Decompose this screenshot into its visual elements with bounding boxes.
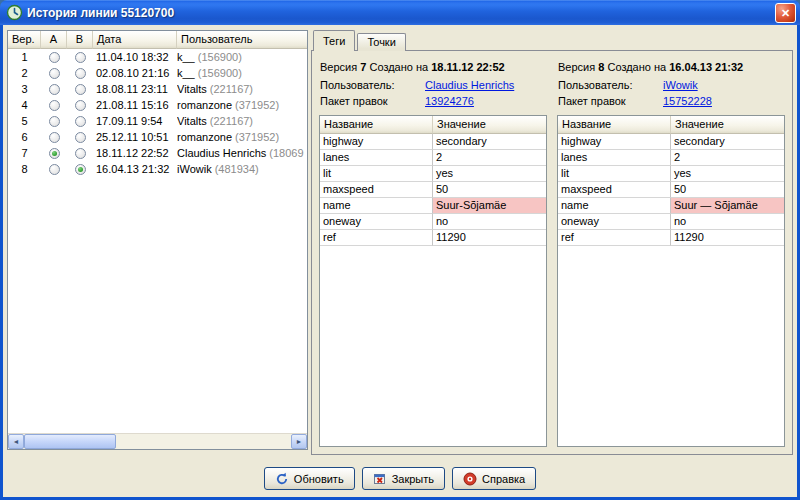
table-row[interactable]: 517.09.11 9:54Vitalts (221167) [8, 113, 307, 129]
column-header-date[interactable]: Дата [93, 31, 177, 49]
radio-a-cell[interactable] [41, 52, 67, 63]
table-row[interactable]: 625.12.11 10:51romanzone (371952) [8, 129, 307, 145]
tag-row[interactable]: nameSuur — Sõjamäe [558, 198, 784, 214]
tag-row[interactable]: highwaysecondary [558, 134, 784, 150]
user-link[interactable]: Claudius Henrichs [425, 79, 547, 91]
radio-a-icon[interactable] [49, 164, 60, 175]
version-cell: 1 [8, 51, 41, 63]
version-cell: 3 [8, 83, 41, 95]
tag-table-a-rows: highwaysecondarylanes2lityesmaxspeed50na… [320, 134, 546, 446]
column-header-b[interactable]: B [67, 31, 93, 49]
tag-row[interactable]: highwaysecondary [320, 134, 546, 150]
radio-a-cell[interactable] [41, 68, 67, 79]
radio-b-cell[interactable] [67, 52, 93, 63]
tag-row[interactable]: ref11290 [320, 230, 546, 246]
user-name: k__ [177, 67, 198, 79]
radio-a-icon[interactable] [49, 84, 60, 95]
radio-b-icon[interactable] [75, 164, 86, 175]
tag-key: lanes [320, 150, 433, 166]
user-cell: Vitalts (221167) [177, 83, 307, 95]
tag-value: yes [433, 166, 546, 182]
column-header-value[interactable]: Значение [671, 116, 784, 134]
version-cell: 2 [8, 67, 41, 79]
radio-a-icon[interactable] [49, 68, 60, 79]
user-name: Vitalts [177, 115, 210, 127]
table-row[interactable]: 111.04.10 18:32k__ (156900) [8, 49, 307, 65]
title-bar[interactable]: История линии 55120700 [0, 0, 800, 25]
tag-row[interactable]: lityes [558, 166, 784, 182]
radio-a-cell[interactable] [41, 148, 67, 159]
radio-b-icon[interactable] [75, 84, 86, 95]
tab-nodes[interactable]: Точки [357, 33, 405, 51]
column-header-key[interactable]: Название [558, 116, 671, 134]
version-cell: 6 [8, 131, 41, 143]
tag-row[interactable]: nameSuur-Sõjamäe [320, 198, 546, 214]
column-header-a[interactable]: A [41, 31, 67, 49]
tag-key: oneway [320, 214, 433, 230]
refresh-button[interactable]: Обновить [264, 467, 355, 490]
user-link[interactable]: iWowik [663, 79, 785, 91]
tag-row[interactable]: onewayno [320, 214, 546, 230]
radio-b-cell[interactable] [67, 132, 93, 143]
radio-b-cell[interactable] [67, 84, 93, 95]
close-button-label: Закрыть [392, 473, 434, 485]
close-window-button[interactable] [775, 3, 796, 23]
table-row[interactable]: 202.08.10 21:16k__ (156900) [8, 65, 307, 81]
column-header-value[interactable]: Значение [433, 116, 546, 134]
column-header-key[interactable]: Название [320, 116, 433, 134]
window-title: История линии 55120700 [27, 6, 174, 20]
column-header-version[interactable]: Вер. [8, 31, 41, 49]
radio-b-icon[interactable] [75, 52, 86, 63]
scroll-left-arrow-icon[interactable] [8, 434, 24, 449]
tag-row[interactable]: ref11290 [558, 230, 784, 246]
radio-a-cell[interactable] [41, 164, 67, 175]
tag-row[interactable]: lityes [320, 166, 546, 182]
tag-row[interactable]: onewayno [558, 214, 784, 230]
scroll-right-arrow-icon[interactable] [291, 434, 307, 449]
tag-row[interactable]: lanes2 [558, 150, 784, 166]
user-cell: k__ (156900) [177, 67, 307, 79]
table-row[interactable]: 318.08.11 23:11Vitalts (221167) [8, 81, 307, 97]
radio-a-icon[interactable] [49, 116, 60, 127]
radio-a-cell[interactable] [41, 132, 67, 143]
table-row[interactable]: 718.11.12 22:52Claudius Henrichs (18069 [8, 145, 307, 161]
radio-b-cell[interactable] [67, 164, 93, 175]
tag-row[interactable]: maxspeed50 [320, 182, 546, 198]
table-row[interactable]: 421.08.11 15:16romanzone (371952) [8, 97, 307, 113]
changeset-label: Пакет правок [558, 95, 663, 107]
radio-a-icon[interactable] [49, 52, 60, 63]
help-button[interactable]: Справка [452, 467, 536, 490]
tag-row[interactable]: maxspeed50 [558, 182, 784, 198]
radio-b-icon[interactable] [75, 68, 86, 79]
changeset-link[interactable]: 13924276 [425, 95, 547, 107]
scrollbar-thumb[interactable] [24, 434, 116, 449]
horizontal-scrollbar[interactable] [8, 433, 307, 449]
close-button[interactable]: Закрыть [362, 467, 445, 490]
radio-a-icon[interactable] [49, 148, 60, 159]
radio-b-cell[interactable] [67, 100, 93, 111]
radio-b-icon[interactable] [75, 116, 86, 127]
changeset-link[interactable]: 15752228 [663, 95, 785, 107]
column-header-user[interactable]: Пользователь [177, 31, 307, 49]
user-id: (481934) [215, 163, 259, 175]
tag-table-a-header: Название Значение [320, 116, 546, 134]
tag-table-b-header: Название Значение [558, 116, 784, 134]
radio-b-cell[interactable] [67, 68, 93, 79]
version-label: Версия [320, 61, 357, 73]
date-cell: 18.11.12 22:52 [93, 147, 177, 159]
radio-b-icon[interactable] [75, 100, 86, 111]
radio-b-cell[interactable] [67, 116, 93, 127]
radio-a-cell[interactable] [41, 84, 67, 95]
radio-b-icon[interactable] [75, 148, 86, 159]
radio-b-icon[interactable] [75, 132, 86, 143]
tag-value: secondary [433, 134, 546, 150]
radio-a-icon[interactable] [49, 132, 60, 143]
changeset-label: Пакет правок [320, 95, 425, 107]
tab-tags[interactable]: Теги [313, 30, 355, 51]
radio-a-cell[interactable] [41, 100, 67, 111]
tag-row[interactable]: lanes2 [320, 150, 546, 166]
radio-a-icon[interactable] [49, 100, 60, 111]
radio-b-cell[interactable] [67, 148, 93, 159]
table-row[interactable]: 816.04.13 21:32iWowik (481934) [8, 161, 307, 177]
radio-a-cell[interactable] [41, 116, 67, 127]
